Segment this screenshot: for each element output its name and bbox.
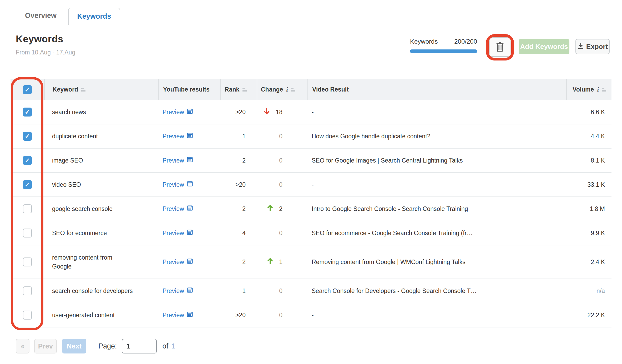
keyword-text: user-generated content: [52, 312, 115, 318]
row-checkbox[interactable]: [23, 229, 32, 237]
preview-link[interactable]: Preview: [163, 181, 220, 189]
volume-value: 4.4 K: [591, 133, 605, 140]
preview-label: Preview: [163, 312, 184, 319]
keywords-page: Overview Keywords Keywords From 10.Aug -…: [0, 0, 622, 364]
keyword-text: search news: [52, 109, 86, 115]
total-pages: 1: [171, 342, 175, 350]
change-value: 0: [279, 287, 282, 295]
keywords-limit: Keywords 200/200: [410, 38, 477, 53]
change-value: 1: [279, 259, 282, 266]
row-checkbox[interactable]: [23, 311, 32, 320]
preview-window-icon: [187, 181, 193, 189]
column-header-youtube-results: YouTube results: [158, 79, 220, 100]
table-row: ✓ search news Preview >20: [11, 100, 611, 124]
limit-value: 200/200: [454, 38, 477, 45]
column-label-keyword: Keyword: [53, 86, 78, 93]
column-header-change[interactable]: Change i: [257, 79, 307, 100]
page-label: Page:: [98, 342, 117, 350]
volume-value: 8.1 K: [591, 157, 605, 164]
select-all-checkbox[interactable]: ✓: [23, 85, 32, 94]
preview-link[interactable]: Preview: [163, 108, 220, 116]
sort-icon: [291, 88, 295, 92]
change-value: 0: [279, 181, 282, 188]
table-row: ✓ duplicate content Preview 1: [11, 124, 611, 149]
delete-button-wrap: [489, 37, 510, 57]
page-number-input[interactable]: [122, 339, 157, 353]
rank-value: >20: [235, 109, 246, 116]
tab-overview[interactable]: Overview: [25, 12, 57, 20]
preview-link[interactable]: Preview: [163, 205, 220, 213]
preview-window-icon: [187, 108, 193, 116]
row-checkbox[interactable]: ✓: [23, 180, 32, 189]
keyword-text: search console for developers: [52, 287, 133, 294]
video-result-text: Intro to Google Search Console - Search …: [312, 205, 468, 212]
info-icon[interactable]: i: [286, 86, 288, 93]
preview-link[interactable]: Preview: [163, 311, 220, 319]
volume-value: 6.6 K: [591, 109, 605, 116]
column-label-change: Change: [261, 86, 283, 93]
preview-link[interactable]: Preview: [163, 156, 220, 164]
row-checkbox[interactable]: ✓: [23, 132, 32, 141]
rank-value: 2: [242, 205, 246, 213]
limit-progress-bar: [410, 49, 477, 53]
page-title: Keywords: [16, 34, 75, 45]
page-header: Keywords From 10.Aug - 17.Aug: [16, 34, 75, 56]
sort-icon: [81, 88, 85, 92]
volume-value: 2.4 K: [591, 259, 605, 266]
column-header-volume[interactable]: Volume i: [566, 79, 611, 100]
preview-link[interactable]: Preview: [163, 132, 220, 140]
row-checkbox[interactable]: ✓: [23, 156, 32, 165]
keyword-text: removing content from Google: [52, 254, 112, 270]
keyword-text: image SEO: [52, 157, 83, 164]
toolbar: Keywords 200/200 Add Keyword: [410, 34, 610, 57]
video-result-text: Removing content from Google | WMConf Li…: [312, 259, 466, 265]
info-icon[interactable]: i: [597, 86, 599, 93]
video-result-text: -: [312, 312, 314, 318]
first-page-button[interactable]: «: [16, 339, 29, 353]
delete-button[interactable]: [489, 37, 510, 57]
next-page-button[interactable]: Next: [62, 339, 86, 353]
preview-label: Preview: [163, 133, 184, 140]
row-checkbox[interactable]: [23, 204, 32, 213]
volume-value: 9.9 K: [591, 230, 605, 237]
change-value: 0: [279, 230, 282, 237]
volume-value: 1.8 M: [590, 205, 605, 213]
add-keywords-button[interactable]: Add Keywords: [519, 39, 569, 54]
change-arrow-icon: [267, 257, 273, 266]
video-result-text: Search Console for Developers - Google S…: [312, 287, 477, 294]
preview-link[interactable]: Preview: [163, 229, 220, 237]
column-label-video-result: Video Result: [312, 86, 349, 93]
prev-page-button[interactable]: Prev: [34, 339, 57, 353]
video-result-text: SEO for ecommerce - Google Search Consol…: [312, 230, 473, 236]
video-result-text: How does Google handle duplicate content…: [312, 133, 430, 140]
preview-label: Preview: [163, 230, 184, 237]
keyword-text: SEO for ecommerce: [52, 230, 107, 236]
column-header-keyword[interactable]: Keyword: [44, 79, 158, 100]
preview-link[interactable]: Preview: [163, 287, 220, 295]
video-result-text: SEO for Google Images | Search Central L…: [312, 157, 463, 164]
sort-icon: [242, 88, 247, 92]
rank-value: >20: [235, 181, 246, 188]
preview-label: Preview: [163, 205, 184, 213]
export-button[interactable]: Export: [575, 39, 610, 54]
change-value: 0: [279, 133, 282, 140]
preview-window-icon: [187, 156, 193, 164]
preview-window-icon: [187, 287, 193, 295]
preview-window-icon: [187, 258, 193, 266]
preview-window-icon: [187, 205, 193, 213]
change-arrow-icon: [264, 108, 270, 117]
row-checkbox[interactable]: ✓: [23, 108, 32, 117]
keyword-text: duplicate content: [52, 133, 98, 140]
row-checkbox[interactable]: [23, 286, 32, 295]
preview-link[interactable]: Preview: [163, 258, 220, 266]
video-result-text: -: [312, 109, 314, 115]
tab-keywords[interactable]: Keywords: [68, 8, 120, 25]
table-row: google search console Preview 2: [11, 197, 611, 221]
table-row: removing content from Google Preview 2: [11, 245, 611, 279]
of-label: of: [163, 342, 169, 350]
preview-label: Preview: [163, 157, 184, 164]
rank-value: 2: [242, 157, 246, 164]
table-row: ✓ video SEO Preview >20: [11, 173, 611, 197]
row-checkbox[interactable]: [23, 257, 32, 266]
column-header-rank[interactable]: Rank: [220, 79, 257, 100]
